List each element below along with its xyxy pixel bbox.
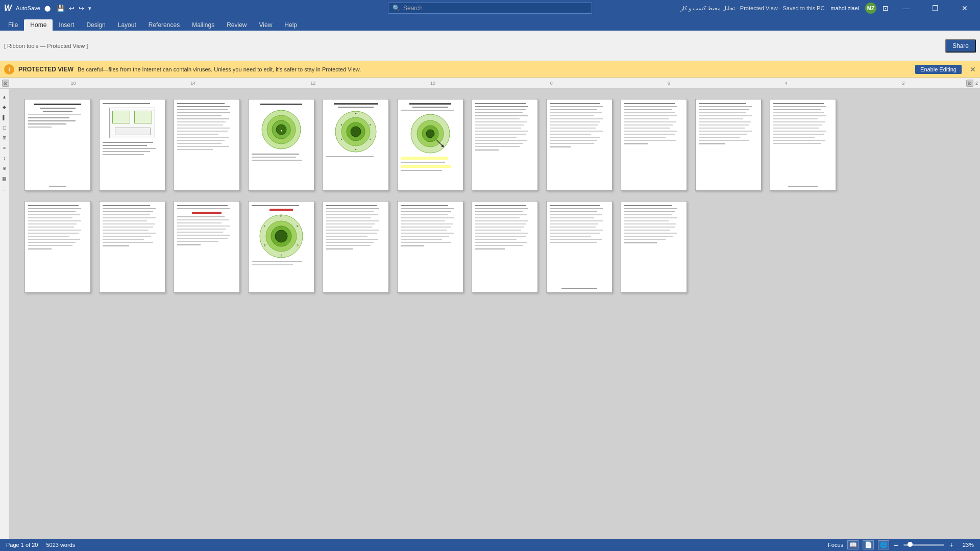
zoom-in-button[interactable]: + xyxy=(948,541,954,549)
zoom-level: 23% xyxy=(959,542,974,548)
svg-text:●: ● xyxy=(369,123,371,126)
sidebar-tool-7[interactable]: ↕ xyxy=(1,154,9,162)
user-avatar[interactable]: MZ xyxy=(865,3,876,14)
pages-grid: ● xyxy=(9,89,980,303)
sidebar-tool-4[interactable]: ◻ xyxy=(1,123,9,132)
page-thumb-17[interactable] xyxy=(397,201,463,293)
sidebar-tool-6[interactable]: ≡ xyxy=(1,144,9,152)
sidebar-tool-1[interactable]: ▲ xyxy=(1,93,9,101)
svg-point-8 xyxy=(351,127,361,137)
zoom-out-button[interactable]: – xyxy=(893,541,899,549)
svg-text:L: L xyxy=(264,224,266,228)
page-thumb-20[interactable] xyxy=(621,201,687,293)
ruler-mark-4: 4 xyxy=(785,81,788,86)
ruler-mark-18: 18 xyxy=(70,81,76,86)
page-thumb-19[interactable] xyxy=(546,201,612,293)
ribbon-tools: [ Ribbon tools — Protected View ] xyxy=(4,43,88,49)
ruler: ⊠ 18 14 12 10 8 6 4 2 ⊠ 2 xyxy=(0,78,980,89)
tab-file[interactable]: File xyxy=(2,19,24,31)
status-left: Page 1 of 20 5023 words xyxy=(6,542,75,548)
svg-point-24 xyxy=(275,230,287,242)
enable-editing-button[interactable]: Enable Editing xyxy=(915,65,962,74)
search-box[interactable]: 🔍 Search xyxy=(388,3,592,14)
focus-label[interactable]: Focus xyxy=(828,542,843,548)
tab-design[interactable]: Design xyxy=(80,19,111,31)
svg-text:●: ● xyxy=(340,137,342,140)
page-thumb-3[interactable] xyxy=(174,99,240,191)
content-area: ● xyxy=(9,89,980,539)
tab-help[interactable]: Help xyxy=(278,19,303,31)
word-logo-icon: W xyxy=(4,4,12,13)
tab-layout[interactable]: Layout xyxy=(112,19,142,31)
page-thumb-1[interactable] xyxy=(24,99,91,191)
status-bar: Page 1 of 20 5023 words Focus 📖 📄 🌐 – + … xyxy=(0,539,980,551)
zoom-slider[interactable] xyxy=(903,544,944,546)
user-name: mahdi ziaei xyxy=(830,5,859,11)
title-left: W AutoSave ⬤ 💾 ↩ ↪ ▾ xyxy=(4,4,91,13)
ruler-mark-12: 12 xyxy=(310,81,315,86)
restore-button[interactable]: ❐ xyxy=(924,0,947,16)
sidebar-tool-10[interactable]: ≣ xyxy=(1,185,9,193)
ribbon-display-icon[interactable]: ⊡ xyxy=(883,4,889,12)
save-icon[interactable]: 💾 xyxy=(57,5,65,12)
close-button[interactable]: ✕ xyxy=(953,0,976,16)
page-thumb-15[interactable]: P E S T E L xyxy=(248,201,314,293)
view-read-button[interactable]: 📖 xyxy=(847,540,859,549)
sidebar-tool-9[interactable]: ▦ xyxy=(1,174,9,183)
title-right: تحلیل محیط کسب و کار - Protected View - … xyxy=(680,0,976,16)
tab-insert[interactable]: Insert xyxy=(53,19,80,31)
sidebar-tool-8[interactable]: ⊕ xyxy=(1,164,9,172)
autosave-toggle[interactable]: ⬤ xyxy=(44,5,51,12)
share-button[interactable]: Share xyxy=(945,39,976,53)
pages-row-1: ● xyxy=(24,99,965,191)
title-bar: W AutoSave ⬤ 💾 ↩ ↪ ▾ 🔍 Search تحلیل محیط… xyxy=(0,0,980,16)
page-thumb-16[interactable] xyxy=(323,201,389,293)
view-print-button[interactable]: 📄 xyxy=(863,540,874,549)
customize-icon[interactable]: ▾ xyxy=(88,5,91,12)
tab-mailings[interactable]: Mailings xyxy=(186,19,220,31)
page-thumb-18[interactable] xyxy=(472,201,538,293)
search-placeholder: Search xyxy=(403,5,423,12)
page-thumb-11[interactable] xyxy=(770,99,836,191)
svg-text:●: ● xyxy=(280,129,282,132)
ruler-mark-10: 10 xyxy=(430,81,435,86)
search-icon: 🔍 xyxy=(393,5,400,12)
view-web-button[interactable]: 🌐 xyxy=(878,540,889,549)
protected-message: Be careful—files from the Internet can c… xyxy=(78,66,911,72)
protected-info-icon: i xyxy=(4,64,14,74)
autosave-label: AutoSave xyxy=(16,5,40,11)
page-thumb-14[interactable] xyxy=(174,201,240,293)
ruler-handle-left[interactable]: ⊠ xyxy=(2,80,9,87)
sidebar-tool-3[interactable]: ▌ xyxy=(1,113,9,121)
ruler-mark-6: 6 xyxy=(668,81,670,86)
status-right: Focus 📖 📄 🌐 – + 23% xyxy=(828,540,974,549)
ruler-mark-2: 2 xyxy=(902,81,904,86)
sidebar-tool-2[interactable]: ◆ xyxy=(1,103,9,111)
tab-view[interactable]: View xyxy=(253,19,279,31)
protected-bar: i PROTECTED VIEW Be careful—files from t… xyxy=(0,61,980,78)
protected-label: PROTECTED VIEW xyxy=(18,66,74,73)
tab-references[interactable]: References xyxy=(142,19,186,31)
svg-text:T: T xyxy=(280,254,282,257)
ruler-end-handle[interactable]: ⊠ xyxy=(966,80,973,87)
page-thumb-7[interactable] xyxy=(472,99,538,191)
page-thumb-2[interactable] xyxy=(99,99,165,191)
sidebar-tool-5[interactable]: ⊞ xyxy=(1,134,9,142)
minimize-button[interactable]: — xyxy=(895,0,918,16)
redo-icon[interactable]: ↪ xyxy=(79,5,84,12)
tab-home[interactable]: Home xyxy=(24,19,53,31)
page-thumb-10[interactable] xyxy=(695,99,762,191)
page-thumb-13[interactable] xyxy=(99,201,165,293)
page-thumb-5[interactable]: ● ● ● ● ● ● xyxy=(323,99,389,191)
protected-close-icon[interactable]: ✕ xyxy=(970,65,976,73)
svg-text:●: ● xyxy=(355,147,356,151)
page-thumb-8[interactable] xyxy=(546,99,612,191)
page-thumb-9[interactable] xyxy=(621,99,687,191)
page-thumb-6[interactable] xyxy=(397,99,463,191)
undo-icon[interactable]: ↩ xyxy=(69,5,75,12)
page-thumb-12[interactable] xyxy=(24,201,91,293)
page-thumb-4[interactable]: ● xyxy=(248,99,314,191)
ruler-mark-14: 14 xyxy=(190,81,195,86)
tab-review[interactable]: Review xyxy=(220,19,253,31)
ruler-number-2: 2 xyxy=(975,81,978,86)
